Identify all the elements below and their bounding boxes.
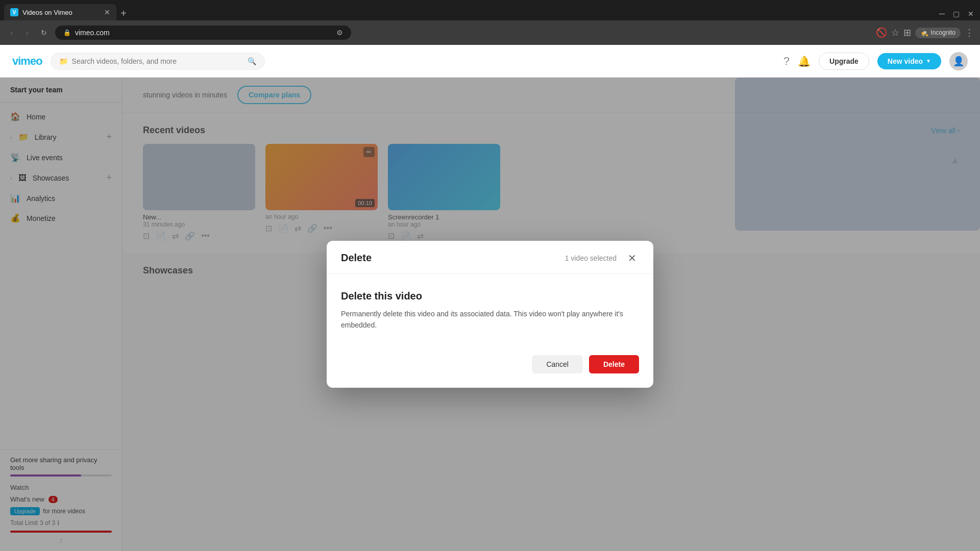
bookmark-icon[interactable]: ☆ xyxy=(891,27,899,38)
nav-bar: ‹ › ↻ 🔒 vimeo.com ⚙ 🚫 ☆ ⊞ 🕵 Incognito ⋮ xyxy=(0,20,980,45)
app-container: Start your team 🏠 Home › 📁 Library + 📡 L… xyxy=(0,78,980,551)
forward-button[interactable]: › xyxy=(21,26,33,40)
profile-switcher-icon[interactable]: ⊞ xyxy=(903,27,911,38)
new-tab-button[interactable]: + xyxy=(116,6,131,20)
chevron-down-icon: ▼ xyxy=(926,58,931,64)
address-bar[interactable]: 🔒 vimeo.com ⚙ xyxy=(55,26,351,40)
new-video-button[interactable]: New video ▼ xyxy=(877,53,941,69)
modal-overlay[interactable]: Delete 1 video selected ✕ Delete this vi… xyxy=(0,78,980,551)
new-video-label: New video xyxy=(888,57,923,65)
incognito-icon: 🕵 xyxy=(920,29,928,37)
address-search-icon: ⚙ xyxy=(336,29,343,37)
tab-close-icon[interactable]: ✕ xyxy=(104,8,110,16)
folder-icon: 📁 xyxy=(59,57,68,65)
search-input[interactable] xyxy=(72,57,243,65)
refresh-button[interactable]: ↻ xyxy=(37,27,51,39)
help-icon[interactable]: ? xyxy=(783,55,790,68)
upgrade-button[interactable]: Upgrade xyxy=(819,53,869,70)
tab-bar: V Videos on Vimeo ✕ + ─ ▢ ✕ xyxy=(0,0,980,20)
cancel-button[interactable]: Cancel xyxy=(532,355,583,373)
modal-title: Delete xyxy=(341,252,372,264)
modal-body: Delete this video Permanently delete thi… xyxy=(327,274,653,347)
modal-meta: 1 video selected ✕ xyxy=(565,251,639,265)
header-search-bar[interactable]: 📁 🔍 xyxy=(51,53,265,70)
vimeo-logo[interactable]: vimeo xyxy=(12,55,42,68)
modal-meta-text: 1 video selected xyxy=(565,254,617,262)
browser-chrome: V Videos on Vimeo ✕ + ─ ▢ ✕ ‹ › ↻ 🔒 vime… xyxy=(0,0,980,45)
url-text: vimeo.com xyxy=(75,29,332,37)
modal-close-button[interactable]: ✕ xyxy=(625,251,639,265)
tab-title: Videos on Vimeo xyxy=(22,9,100,16)
minimize-icon[interactable]: ─ xyxy=(939,9,945,18)
notifications-icon[interactable]: 🔔 xyxy=(798,55,811,67)
app-header: vimeo 📁 🔍 ? 🔔 Upgrade New video ▼ 👤 xyxy=(0,45,980,78)
close-window-icon[interactable]: ✕ xyxy=(968,10,974,18)
tab-favicon: V xyxy=(10,8,18,16)
menu-icon[interactable]: ⋮ xyxy=(965,27,974,38)
incognito-label: Incognito xyxy=(930,29,955,36)
browser-tab[interactable]: V Videos on Vimeo ✕ xyxy=(4,4,116,20)
back-button[interactable]: ‹ xyxy=(6,26,17,40)
user-avatar[interactable]: 👤 xyxy=(949,52,968,70)
delete-modal: Delete 1 video selected ✕ Delete this vi… xyxy=(327,241,653,388)
modal-header: Delete 1 video selected ✕ xyxy=(327,241,653,274)
modal-body-title: Delete this video xyxy=(341,290,639,302)
maximize-icon[interactable]: ▢ xyxy=(953,10,960,18)
modal-body-desc: Permanently delete this video and its as… xyxy=(341,308,639,331)
modal-footer: Cancel Delete xyxy=(327,347,653,388)
window-controls: ─ ▢ ✕ xyxy=(939,9,980,20)
no-image-icon[interactable]: 🚫 xyxy=(876,27,887,38)
lock-icon: 🔒 xyxy=(63,29,71,36)
delete-button[interactable]: Delete xyxy=(589,355,639,373)
search-icon[interactable]: 🔍 xyxy=(248,57,256,65)
incognito-badge: 🕵 Incognito xyxy=(915,28,961,38)
